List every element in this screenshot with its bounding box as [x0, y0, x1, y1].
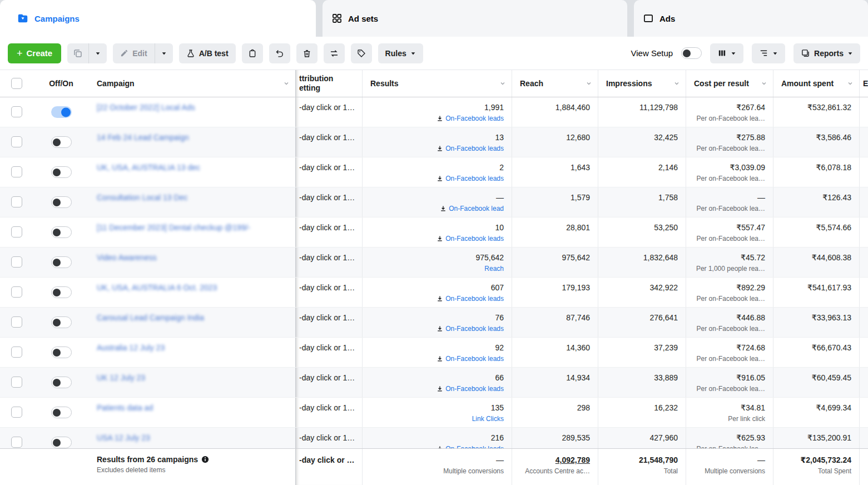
row-checkbox[interactable]	[11, 347, 22, 358]
tags-button[interactable]	[351, 43, 372, 63]
edit-dropdown-button[interactable]	[155, 43, 173, 63]
sort-chevron-icon	[847, 80, 854, 87]
reach-value: 87,746	[520, 313, 590, 323]
campaign-name-link[interactable]: UK 12 July 23	[97, 373, 145, 382]
table-row[interactable]: UK 12 July 23 -day click or 1… 66 On-Fac…	[0, 368, 868, 398]
duplicate-dropdown-button[interactable]	[88, 43, 107, 63]
toggle-knob	[53, 199, 61, 206]
results-type-label[interactable]: On-Facebook leads	[445, 174, 504, 183]
campaign-toggle[interactable]	[51, 286, 72, 298]
row-checkbox[interactable]	[11, 437, 22, 448]
results-type-label[interactable]: On-Facebook leads	[445, 324, 504, 333]
campaign-toggle[interactable]	[51, 226, 72, 238]
breakdown-button[interactable]	[752, 43, 785, 63]
results-type-label[interactable]: On-Facebook leads	[445, 294, 504, 303]
row-checkbox[interactable]	[11, 256, 22, 268]
ab-test-button[interactable]: A/B test	[179, 43, 236, 63]
results-type-label[interactable]: On-Facebook leads	[445, 384, 504, 393]
delete-button[interactable]	[296, 43, 318, 63]
table-row[interactable]: 14 Feb 24 Lead Campaign -day click or 1……	[0, 127, 868, 157]
duplicate-button[interactable]	[67, 43, 88, 63]
duplicate-icon	[73, 48, 83, 58]
campaign-name-link[interactable]: UK, USA, AUSTRALIA 6 Oct. 2023	[97, 283, 217, 292]
results-type-label[interactable]: On-Facebook lead	[449, 204, 504, 213]
campaign-toggle[interactable]	[51, 256, 72, 268]
row-checkbox[interactable]	[11, 377, 22, 388]
impressions-cell: 37,239	[598, 338, 686, 367]
campaign-name-link[interactable]: [22 October 2022] Local Ads	[97, 103, 195, 112]
table-row[interactable]: Consultation Local 13 Dec -day click or …	[0, 187, 868, 217]
table-row[interactable]: USA 12 July 23 -day click or 1… 216 On-F…	[0, 428, 868, 448]
table-row[interactable]: Australia 12 July 23 -day click or 1… 92…	[0, 338, 868, 368]
results-type-label[interactable]: On-Facebook leads	[445, 144, 504, 153]
columns-button[interactable]	[710, 43, 743, 63]
view-setup-toggle[interactable]	[681, 47, 702, 59]
create-button[interactable]: + Create	[8, 43, 61, 63]
campaign-name-link[interactable]: Video Awareness	[97, 253, 157, 262]
row-checkbox[interactable]	[11, 286, 22, 298]
info-icon[interactable]	[201, 456, 209, 463]
row-checkbox[interactable]	[11, 226, 22, 237]
table-row[interactable]: UK, USA, AUSTRALIA 13 dec -day click or …	[0, 157, 868, 187]
rules-button[interactable]: Rules	[378, 43, 423, 63]
campaign-toggle[interactable]	[51, 407, 72, 418]
row-checkbox[interactable]	[11, 136, 22, 147]
header-cost-per-result[interactable]: Cost per result	[686, 70, 773, 97]
select-all-checkbox[interactable]	[11, 78, 22, 89]
reach-value: 1,579	[520, 192, 590, 203]
row-checkbox[interactable]	[11, 196, 22, 207]
campaign-name-link[interactable]: Patients data ad	[97, 403, 153, 412]
campaign-toggle[interactable]	[51, 196, 72, 208]
campaign-name-link[interactable]: Consultation Local 13 Dec	[97, 193, 187, 202]
edit-button-group: Edit	[113, 43, 172, 63]
table-row[interactable]: [22 October 2022] Local Ads -day click o…	[0, 97, 868, 127]
tab-ads[interactable]: Ads	[634, 0, 868, 37]
row-checkbox[interactable]	[11, 316, 22, 328]
campaign-toggle[interactable]	[51, 437, 72, 448]
table-row[interactable]: Patients data ad -day click or 1… 135 Li…	[0, 398, 868, 428]
results-type-label[interactable]: On-Facebook leads	[445, 114, 504, 123]
row-checkbox[interactable]	[11, 166, 22, 177]
results-type-label[interactable]: On-Facebook leads	[445, 354, 504, 363]
campaign-name-link[interactable]: Australia 12 July 23	[97, 343, 165, 352]
table-row[interactable]: UK, USA, AUSTRALIA 6 Oct. 2023 -day clic…	[0, 278, 868, 308]
campaign-name-link[interactable]: USA 12 July 23	[97, 433, 150, 442]
header-reach[interactable]: Reach	[512, 70, 598, 97]
campaign-name-link[interactable]: Carousal Lead Campaign India	[97, 313, 204, 322]
header-campaign[interactable]: Campaign	[89, 70, 295, 97]
header-attribution-setting[interactable]: ttribution etting	[295, 70, 362, 97]
campaign-name-link[interactable]: 14 Feb 24 Lead Campaign	[97, 133, 189, 142]
footer-reach-value[interactable]: 4,092,789	[555, 456, 590, 464]
results-type-label[interactable]: On-Facebook leads	[445, 234, 504, 243]
reach-cell: 28,801	[512, 217, 598, 247]
row-checkbox[interactable]	[11, 106, 22, 117]
table-row[interactable]: Carousal Lead Campaign India -day click …	[0, 308, 868, 338]
edit-button[interactable]: Edit	[113, 43, 154, 63]
reports-button[interactable]: Reports	[793, 43, 860, 63]
campaign-toggle[interactable]	[51, 166, 72, 178]
campaign-toggle[interactable]	[51, 316, 72, 328]
undo-button[interactable]	[269, 43, 290, 63]
paste-button[interactable]	[242, 43, 263, 63]
results-type-label[interactable]: On-Facebook leads	[445, 444, 504, 448]
campaign-name-link[interactable]: [11 December 2023] Dental checkup @199/-	[97, 223, 250, 232]
toolbar: + Create Edit A/B test Ru	[0, 37, 868, 70]
attribution-setting: -day click or 1…	[299, 253, 354, 263]
header-results[interactable]: Results	[362, 70, 512, 97]
campaign-toggle[interactable]	[51, 377, 72, 388]
row-checkbox[interactable]	[11, 407, 22, 418]
tab-adsets[interactable]: Ad sets	[323, 0, 627, 37]
cost-per-result-value: ₹892.29	[694, 283, 765, 293]
header-impressions[interactable]: Impressions	[598, 70, 686, 97]
campaign-toggle[interactable]	[51, 106, 72, 118]
campaign-name-link[interactable]: UK, USA, AUSTRALIA 13 dec	[97, 163, 200, 172]
table-row[interactable]: Video Awareness -day click or 1… 975,642…	[0, 248, 868, 278]
table-row[interactable]: [11 December 2023] Dental checkup @199/-…	[0, 217, 868, 248]
export-import-button[interactable]	[324, 43, 345, 63]
tab-campaigns[interactable]: Campaigns	[0, 0, 316, 37]
results-type-label[interactable]: Link Clicks	[472, 414, 504, 423]
campaign-toggle[interactable]	[51, 347, 72, 358]
results-type-label[interactable]: Reach	[484, 264, 504, 273]
campaign-toggle[interactable]	[51, 136, 72, 148]
header-amount-spent[interactable]: Amount spent	[773, 70, 859, 97]
